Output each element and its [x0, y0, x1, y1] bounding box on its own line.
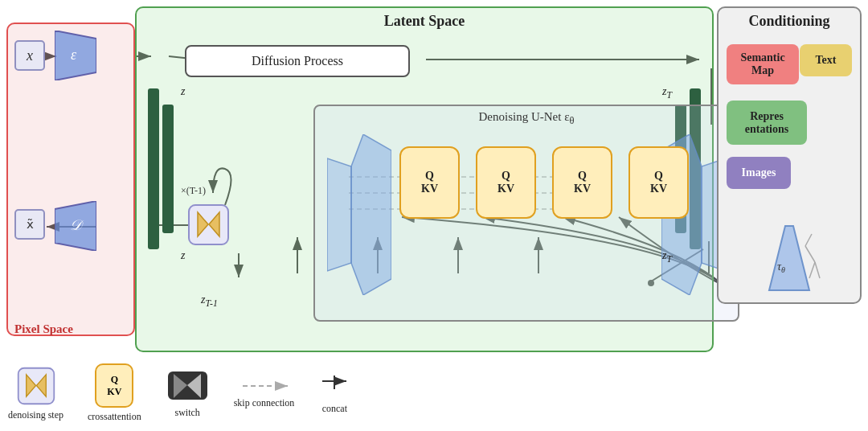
encoder-box: ε — [55, 31, 96, 80]
attn-q-2: Q — [502, 170, 510, 183]
legend-crossattn-icon: QKV — [95, 363, 133, 408]
attn-q-3: Q — [578, 170, 587, 183]
conditioning-label: Conditioning — [748, 13, 829, 30]
svg-line-36 — [805, 234, 812, 246]
legend-skip-icon — [235, 378, 292, 394]
legend-skip-connection: skip connection — [234, 378, 295, 409]
legend-crossattention: QKV crossattention — [88, 363, 141, 423]
decoder-icon: 𝒟 — [55, 201, 96, 251]
times-t-minus1-label: ×(T-1) — [181, 185, 206, 197]
legend-crossattn-label: crossattention — [88, 411, 141, 423]
legend-switch-icon — [166, 367, 210, 404]
legend-switch: switch — [166, 367, 210, 419]
attn-block-4: Q KV — [628, 146, 689, 219]
svg-line-35 — [815, 262, 820, 278]
denoising-step-icon-main — [186, 203, 231, 247]
attn-kv-2: KV — [497, 183, 514, 195]
legend-denoising-icon — [16, 366, 56, 406]
encoder-icon: ε — [55, 31, 96, 80]
legend-switch-label: switch — [174, 407, 199, 419]
attn-block-3: Q KV — [552, 146, 612, 219]
legend-denoising-step: denoising step — [8, 366, 63, 421]
latent-space-box: Latent Space Diffusion Process Denoising… — [135, 6, 714, 352]
zt-top-label: zT — [662, 85, 672, 101]
latent-space-label: Latent Space — [384, 13, 465, 30]
decoder-box: 𝒟 — [55, 201, 96, 251]
attn-kv-3: KV — [574, 183, 591, 195]
legend-concat-label: concat — [322, 403, 347, 415]
legend-concat-icon — [318, 371, 350, 400]
conditioning-box: Conditioning SemanticMap Text Representa… — [717, 6, 862, 304]
zt-bottom-label: zT — [662, 249, 672, 265]
unet-encoder-traps — [327, 134, 391, 295]
attn-q-4: Q — [654, 170, 663, 183]
unet-box: Denoising U-Net εθ Q KV Q KV — [313, 105, 739, 322]
attn-kv-4: KV — [650, 183, 667, 195]
main-container: Pixel Space x ε 𝒟 x̃ Latent Space Diffus… — [0, 0, 868, 431]
diffusion-process-label: Diffusion Process — [252, 54, 343, 68]
cond-semantic-map: SemanticMap — [727, 44, 799, 84]
z-top-label: z — [181, 85, 185, 98]
cond-text: Text — [800, 44, 852, 76]
unet-label: Denoising U-Net εθ — [479, 110, 575, 127]
attn-block-1: Q KV — [399, 146, 460, 219]
svg-marker-25 — [351, 134, 391, 295]
attn-kv-1: KV — [421, 183, 438, 195]
svg-line-34 — [809, 262, 815, 278]
zt-minus1-label: zT-1 — [201, 293, 218, 309]
x-input-box: x — [14, 40, 45, 71]
z-bottom-label: z — [181, 249, 185, 262]
legend-concat: concat — [318, 371, 350, 415]
xtilde-box: x̃ — [14, 209, 45, 240]
cond-images: Images — [727, 157, 791, 189]
x-label: x — [27, 47, 33, 64]
legend-denoising-label: denoising step — [8, 409, 63, 421]
feature-bar-left-inner — [162, 105, 174, 233]
attn-block-2: Q KV — [476, 146, 536, 219]
svg-marker-26 — [327, 158, 351, 271]
svg-text:ε: ε — [71, 47, 77, 63]
pixel-space-label: Pixel Space — [14, 322, 73, 336]
legend-skip-label: skip connection — [234, 397, 295, 409]
feature-bar-left-outer — [148, 88, 159, 249]
diffusion-process-box: Diffusion Process — [185, 45, 410, 77]
attn-q-1: Q — [425, 170, 434, 183]
xtilde-label: x̃ — [27, 217, 34, 232]
cond-representations: Representations — [727, 101, 807, 145]
tau-theta-box: τθ — [757, 222, 821, 294]
svg-line-33 — [805, 246, 815, 262]
legend-area: denoising step QKV crossattention switch — [8, 363, 350, 423]
svg-marker-32 — [769, 226, 809, 290]
